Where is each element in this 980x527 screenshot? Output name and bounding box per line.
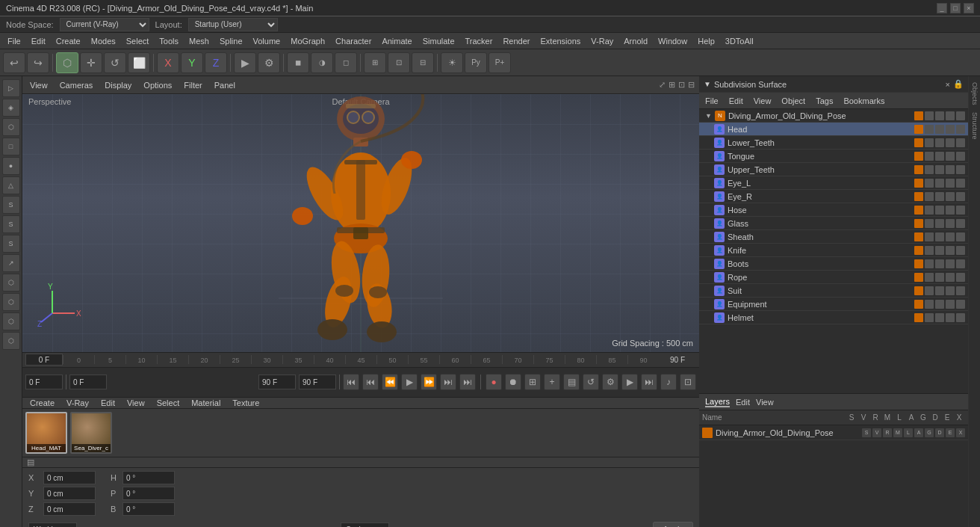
er-dot-4[interactable] [946, 192, 955, 201]
gl-dot-5[interactable] [956, 219, 965, 228]
bt-dot-1[interactable] [914, 259, 923, 268]
menu-window[interactable]: Window [654, 35, 692, 47]
obj-file-menu[interactable]: File [702, 96, 722, 105]
frame-end-input[interactable] [258, 375, 296, 389]
er-dot-3[interactable] [935, 192, 944, 201]
layers-tab[interactable]: Layers [705, 397, 730, 407]
left-tool-10[interactable]: ↗ [2, 254, 20, 272]
rp-dot-4[interactable] [946, 273, 955, 282]
coordinate-mode-select[interactable]: Scale Rotate Move [341, 523, 389, 527]
eq-dot-2[interactable] [925, 300, 934, 309]
left-tool-14[interactable]: ⬡ [2, 332, 20, 350]
eq-dot-3[interactable] [935, 300, 944, 309]
mat-select-menu[interactable]: Select [154, 398, 183, 407]
hm-dot-3[interactable] [935, 313, 944, 322]
main-viewport[interactable]: Perspective Default Camera [22, 94, 699, 352]
viewport-ctrl-2[interactable]: ⊞ [669, 80, 675, 90]
left-tool-1[interactable]: ▷ [2, 79, 20, 97]
eq-dot-1[interactable] [914, 300, 923, 309]
left-tool-2[interactable]: ◈ [2, 99, 20, 117]
key-mode-btn[interactable]: ⊞ [524, 374, 541, 390]
er-dot-2[interactable] [925, 192, 934, 201]
obj-bookmarks-menu[interactable]: Bookmarks [840, 96, 887, 105]
el-dot-5[interactable] [956, 179, 965, 188]
apply-button[interactable]: Apply [653, 522, 693, 527]
menu-animate[interactable]: Animate [377, 35, 416, 47]
obj-row-rope[interactable]: 👤 Rope [699, 271, 968, 284]
gl-dot-2[interactable] [925, 219, 934, 228]
rp-dot-3[interactable] [935, 273, 944, 282]
lt-dot-2[interactable] [925, 138, 934, 147]
el-dot-1[interactable] [914, 179, 923, 188]
step-fwd-button[interactable]: ⏩ [421, 374, 437, 390]
obj-expand-icon[interactable]: ▼ [704, 80, 711, 88]
menu-mesh[interactable]: Mesh [184, 35, 214, 47]
x-position-input[interactable] [43, 471, 96, 484]
vp-filter-menu[interactable]: Filter [181, 81, 205, 90]
kn-dot-2[interactable] [925, 246, 934, 255]
left-tool-11[interactable]: ⬡ [2, 274, 20, 292]
frame-current-input[interactable] [69, 375, 107, 389]
z-axis-button[interactable]: Z [205, 52, 227, 73]
obj-row-lower-teeth[interactable]: 👤 Lower_Teeth [699, 136, 968, 150]
timeline-marks[interactable]: 0 5 10 15 20 25 30 35 40 45 50 55 60 65 … [63, 355, 659, 364]
su-dot-4[interactable] [946, 286, 955, 295]
coordinate-space-select[interactable]: World Object Local [28, 523, 77, 527]
el-dot-4[interactable] [946, 179, 955, 188]
dot-4[interactable] [946, 111, 955, 120]
viewport-ctrl-1[interactable]: ⤢ [659, 80, 666, 90]
tong-dot-4[interactable] [946, 152, 955, 161]
mat-vray-menu[interactable]: V-Ray [63, 398, 92, 407]
left-tool-13[interactable]: ⬡ [2, 312, 20, 330]
kn-dot-4[interactable] [946, 246, 955, 255]
undo-button[interactable]: ↩ [3, 52, 25, 73]
menu-modes[interactable]: Modes [87, 35, 120, 47]
play-button[interactable]: ▶ [401, 374, 418, 390]
display-btn-2[interactable]: ◑ [311, 52, 333, 73]
rp-dot-1[interactable] [914, 273, 923, 282]
lt-dot-5[interactable] [956, 138, 965, 147]
vp-cameras-menu[interactable]: Cameras [57, 81, 96, 90]
settings-button[interactable]: ⚙ [258, 52, 280, 73]
hose-dot-3[interactable] [935, 206, 944, 215]
layer-anim-icon[interactable]: A [914, 428, 923, 437]
viewport-ctrl-3[interactable]: ⊡ [678, 80, 685, 90]
gl-dot-4[interactable] [946, 219, 955, 228]
layer-lock-icon[interactable]: L [904, 428, 913, 437]
hm-dot-5[interactable] [956, 313, 965, 322]
obj-view-menu[interactable]: View [751, 96, 775, 105]
layer-solo-icon[interactable]: S [862, 428, 871, 437]
menu-spline[interactable]: Spline [215, 35, 247, 47]
obj-row-suit[interactable]: 👤 Suit [699, 284, 968, 298]
ut-dot-1[interactable] [914, 165, 923, 174]
mat-create-menu[interactable]: Create [27, 398, 58, 407]
left-tool-9[interactable]: S [2, 235, 20, 253]
vp-display-menu[interactable]: Display [102, 81, 134, 90]
dot-3[interactable] [935, 111, 944, 120]
light-btn[interactable]: ☀ [441, 52, 463, 73]
lt-dot-3[interactable] [935, 138, 944, 147]
menu-character[interactable]: Character [331, 35, 376, 47]
head-dot-5[interactable] [956, 125, 965, 134]
gl-dot-1[interactable] [914, 219, 923, 228]
p-input[interactable] [122, 487, 175, 500]
left-tool-7[interactable]: S [2, 196, 20, 214]
left-tool-3[interactable]: ⬡ [2, 118, 20, 136]
menu-mograph[interactable]: MoGraph [286, 35, 329, 47]
eq-dot-4[interactable] [946, 300, 955, 309]
goto-start-button[interactable]: ⏮ [343, 374, 359, 390]
maximize-button[interactable]: □ [950, 3, 961, 13]
plugin-btn[interactable]: P+ [489, 52, 511, 73]
redo-button[interactable]: ↪ [27, 52, 49, 73]
hose-dot-2[interactable] [925, 206, 934, 215]
ut-dot-3[interactable] [935, 165, 944, 174]
su-dot-2[interactable] [925, 286, 934, 295]
dot-2[interactable] [925, 111, 934, 120]
display-btn-1[interactable]: ◼ [287, 52, 309, 73]
obj-row-hose[interactable]: 👤 Hose [699, 203, 968, 217]
rp-dot-2[interactable] [925, 273, 934, 282]
menu-edit[interactable]: Edit [27, 35, 50, 47]
material-sea-diver[interactable]: Sea_Diver_c [70, 412, 112, 454]
obj-row-knife[interactable]: 👤 Knife [699, 244, 968, 257]
mat-view-menu[interactable]: View [124, 398, 148, 407]
